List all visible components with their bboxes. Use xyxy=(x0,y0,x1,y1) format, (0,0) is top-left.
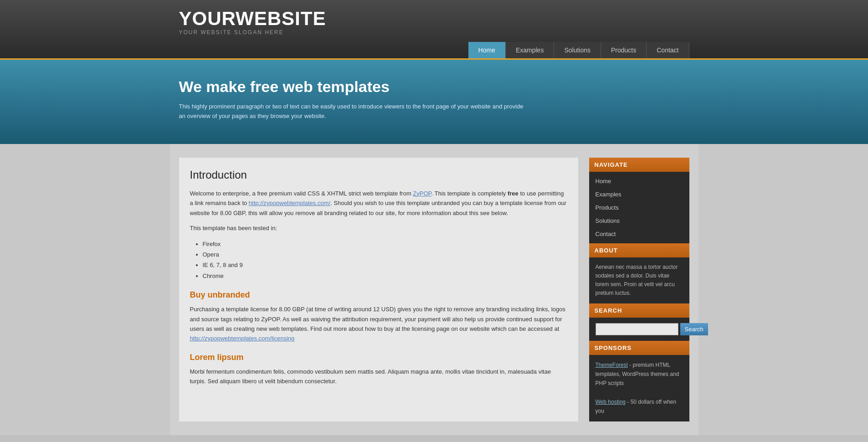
lorem-heading: Lorem lipsum xyxy=(190,353,567,362)
sidebar-item-solutions[interactable]: Solutions xyxy=(589,214,689,227)
intro-paragraph-2: This template has been tested in: xyxy=(190,223,567,233)
sidebar-sponsors-section: SPONSORS ThemeForest - premium HTML temp… xyxy=(589,341,689,421)
buy-paragraph: Purchasing a template license for 8.00 G… xyxy=(190,304,567,344)
intro-heading: Introduction xyxy=(190,169,567,181)
nav-item-contact[interactable]: Contact xyxy=(647,42,689,58)
sidebar-navigate-section: NAVIGATE HomeExamplesProductsSolutionsCo… xyxy=(589,158,689,243)
sidebar-item-contact[interactable]: Contact xyxy=(589,227,689,241)
nav-item-products[interactable]: Products xyxy=(601,42,647,58)
hero-description: This highly prominent paragraph or two o… xyxy=(179,102,525,121)
list-item: Opera xyxy=(203,249,567,260)
sponsor-1: ThemeForest - premium HTML templates, Wo… xyxy=(596,360,683,388)
search-input[interactable] xyxy=(596,323,678,335)
hero-banner: We make free web templates This highly p… xyxy=(0,60,868,144)
list-item: IE 6, 7, 8 and 9 xyxy=(203,260,567,270)
zypop-link[interactable]: ZyPOP xyxy=(413,190,431,197)
lorem-paragraph: Morbi fermentum condimentum felis, commo… xyxy=(190,367,567,386)
sidebar-about-text: Aenean nec massa a tortor auctor sodales… xyxy=(589,257,689,303)
list-item: Firefox xyxy=(203,239,567,249)
sidebar-search-header: SEARCH xyxy=(589,303,689,318)
sidebar-item-examples[interactable]: Examples xyxy=(589,188,689,201)
website-link[interactable]: http://zypopwebtemplates.com/ xyxy=(249,200,330,206)
sidebar-search-box: Search xyxy=(589,318,689,341)
content-area: Introduction Welcome to enterprise, a fr… xyxy=(179,158,578,421)
buy-heading: Buy unbranded xyxy=(190,290,567,300)
search-button[interactable]: Search xyxy=(680,323,708,335)
site-title: YOURWEBSITE xyxy=(179,8,689,29)
sponsor1-name: ThemeForest xyxy=(596,362,628,368)
sponsor2-name: Web hosting xyxy=(596,399,626,405)
sidebar-search-section: SEARCH Search xyxy=(589,303,689,341)
header: YOURWEBSITE YOUR WEBSITE SLOGAN HERE Hom… xyxy=(0,0,868,60)
tested-list: FirefoxOperaIE 6, 7, 8 and 9Chrome xyxy=(203,239,567,282)
site-slogan: YOUR WEBSITE SLOGAN HERE xyxy=(179,29,689,36)
sidebar: NAVIGATE HomeExamplesProductsSolutionsCo… xyxy=(589,158,689,421)
nav-item-examples[interactable]: Examples xyxy=(506,42,554,58)
sidebar-about-section: ABOUT Aenean nec massa a tortor auctor s… xyxy=(589,243,689,303)
sidebar-sponsors-header: SPONSORS xyxy=(589,341,689,355)
main-wrapper: Introduction Welcome to enterprise, a fr… xyxy=(170,144,699,435)
sidebar-nav-list: HomeExamplesProductsSolutionsContact xyxy=(589,172,689,243)
intro-paragraph-1: Welcome to enterprise, a free premium va… xyxy=(190,189,567,218)
licensing-link[interactable]: http://zypopwebtemplates.com/licensing xyxy=(190,335,295,342)
sponsor-2: Web hosting - 50 dollars off when you xyxy=(596,397,683,416)
themeforest-link[interactable]: ThemeForest xyxy=(596,362,628,368)
nav-item-solutions[interactable]: Solutions xyxy=(554,42,601,58)
nav-item-home[interactable]: Home xyxy=(468,42,506,58)
sidebar-sponsors-content: ThemeForest - premium HTML templates, Wo… xyxy=(589,355,689,421)
webhosting-link[interactable]: Web hosting xyxy=(596,399,626,405)
sidebar-navigate-header: NAVIGATE xyxy=(589,158,689,172)
sidebar-about-header: ABOUT xyxy=(589,243,689,257)
sidebar-item-home[interactable]: Home xyxy=(589,175,689,188)
list-item: Chrome xyxy=(203,271,567,281)
sidebar-item-products[interactable]: Products xyxy=(589,201,689,214)
main-nav: HomeExamplesSolutionsProductsContact xyxy=(179,42,689,58)
hero-heading: We make free web templates xyxy=(179,78,689,96)
